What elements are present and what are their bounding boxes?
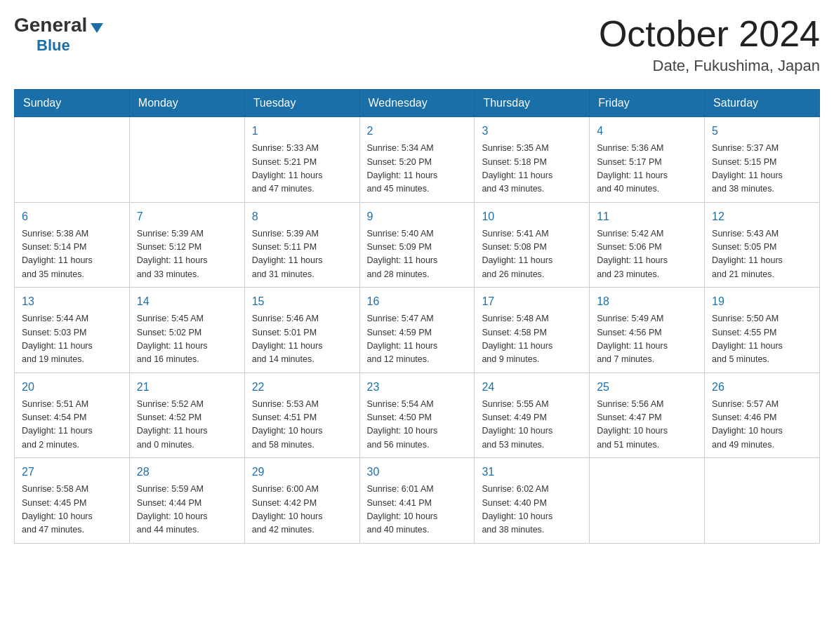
day-info: Sunrise: 5:54 AM Sunset: 4:50 PM Dayligh… <box>367 398 468 452</box>
calendar-cell: 9Sunrise: 5:40 AM Sunset: 5:09 PM Daylig… <box>359 202 475 288</box>
day-info: Sunrise: 5:51 AM Sunset: 4:54 PM Dayligh… <box>22 398 122 452</box>
weekday-header-thursday: Thursday <box>475 90 590 117</box>
calendar-cell: 27Sunrise: 5:58 AM Sunset: 4:45 PM Dayli… <box>15 458 130 544</box>
calendar-cell: 7Sunrise: 5:39 AM Sunset: 5:12 PM Daylig… <box>129 202 244 288</box>
day-number: 10 <box>482 208 582 225</box>
day-info: Sunrise: 5:46 AM Sunset: 5:01 PM Dayligh… <box>252 312 352 367</box>
calendar-cell: 31Sunrise: 6:02 AM Sunset: 4:40 PM Dayli… <box>475 458 590 544</box>
week-row-3: 13Sunrise: 5:44 AM Sunset: 5:03 PM Dayli… <box>15 288 820 373</box>
calendar-cell: 22Sunrise: 5:53 AM Sunset: 4:51 PM Dayli… <box>244 373 359 458</box>
day-number: 15 <box>252 293 352 310</box>
location-title: Date, Fukushima, Japan <box>599 57 820 75</box>
calendar-cell: 20Sunrise: 5:51 AM Sunset: 4:54 PM Dayli… <box>15 373 130 458</box>
day-number: 20 <box>22 379 122 396</box>
day-info: Sunrise: 5:43 AM Sunset: 5:05 PM Dayligh… <box>712 227 812 282</box>
day-number: 2 <box>367 123 468 140</box>
calendar-cell <box>15 117 130 203</box>
day-number: 28 <box>137 464 237 481</box>
weekday-header-monday: Monday <box>129 90 244 117</box>
calendar-cell: 4Sunrise: 5:36 AM Sunset: 5:17 PM Daylig… <box>590 117 705 203</box>
calendar-cell: 11Sunrise: 5:42 AM Sunset: 5:06 PM Dayli… <box>590 202 705 288</box>
day-number: 30 <box>367 464 468 481</box>
weekday-header-wednesday: Wednesday <box>359 90 475 117</box>
calendar-cell: 28Sunrise: 5:59 AM Sunset: 4:44 PM Dayli… <box>129 458 244 544</box>
day-info: Sunrise: 5:52 AM Sunset: 4:52 PM Dayligh… <box>137 398 237 452</box>
day-number: 21 <box>137 379 237 396</box>
day-info: Sunrise: 5:41 AM Sunset: 5:08 PM Dayligh… <box>482 227 582 282</box>
calendar-table: SundayMondayTuesdayWednesdayThursdayFrid… <box>14 89 820 544</box>
day-info: Sunrise: 5:39 AM Sunset: 5:11 PM Dayligh… <box>252 227 352 282</box>
day-number: 4 <box>597 123 697 140</box>
calendar-cell: 14Sunrise: 5:45 AM Sunset: 5:02 PM Dayli… <box>129 288 244 373</box>
weekday-header-sunday: Sunday <box>15 90 130 117</box>
day-info: Sunrise: 5:47 AM Sunset: 4:59 PM Dayligh… <box>367 312 468 367</box>
day-info: Sunrise: 6:00 AM Sunset: 4:42 PM Dayligh… <box>252 483 352 537</box>
day-number: 25 <box>597 379 697 396</box>
day-number: 26 <box>712 379 812 396</box>
calendar-cell: 26Sunrise: 5:57 AM Sunset: 4:46 PM Dayli… <box>705 373 820 458</box>
calendar-cell: 1Sunrise: 5:33 AM Sunset: 5:21 PM Daylig… <box>244 117 359 203</box>
day-info: Sunrise: 5:50 AM Sunset: 4:55 PM Dayligh… <box>712 312 812 367</box>
month-title: October 2024 <box>599 14 820 54</box>
day-info: Sunrise: 5:59 AM Sunset: 4:44 PM Dayligh… <box>137 483 237 537</box>
day-number: 6 <box>22 208 122 225</box>
day-info: Sunrise: 5:45 AM Sunset: 5:02 PM Dayligh… <box>137 312 237 367</box>
calendar-cell: 3Sunrise: 5:35 AM Sunset: 5:18 PM Daylig… <box>475 117 590 203</box>
day-number: 3 <box>482 123 582 140</box>
calendar-cell <box>129 117 244 203</box>
calendar-cell: 2Sunrise: 5:34 AM Sunset: 5:20 PM Daylig… <box>359 117 475 203</box>
weekday-header-saturday: Saturday <box>705 90 820 117</box>
day-number: 8 <box>252 208 352 225</box>
day-number: 24 <box>482 379 582 396</box>
day-info: Sunrise: 5:49 AM Sunset: 4:56 PM Dayligh… <box>597 312 697 367</box>
weekday-header-tuesday: Tuesday <box>244 90 359 117</box>
calendar-cell: 16Sunrise: 5:47 AM Sunset: 4:59 PM Dayli… <box>359 288 475 373</box>
day-info: Sunrise: 5:40 AM Sunset: 5:09 PM Dayligh… <box>367 227 468 282</box>
calendar-cell: 29Sunrise: 6:00 AM Sunset: 4:42 PM Dayli… <box>244 458 359 544</box>
day-info: Sunrise: 6:01 AM Sunset: 4:41 PM Dayligh… <box>367 483 468 537</box>
day-info: Sunrise: 5:34 AM Sunset: 5:20 PM Dayligh… <box>367 142 468 196</box>
day-number: 7 <box>137 208 237 225</box>
logo-triangle-icon <box>91 23 103 33</box>
weekday-header-friday: Friday <box>590 90 705 117</box>
calendar-cell <box>705 458 820 544</box>
week-row-2: 6Sunrise: 5:38 AM Sunset: 5:14 PM Daylig… <box>15 202 820 288</box>
day-info: Sunrise: 5:44 AM Sunset: 5:03 PM Dayligh… <box>22 312 122 367</box>
day-number: 29 <box>252 464 352 481</box>
week-row-4: 20Sunrise: 5:51 AM Sunset: 4:54 PM Dayli… <box>15 373 820 458</box>
week-row-5: 27Sunrise: 5:58 AM Sunset: 4:45 PM Dayli… <box>15 458 820 544</box>
calendar-cell: 19Sunrise: 5:50 AM Sunset: 4:55 PM Dayli… <box>705 288 820 373</box>
day-info: Sunrise: 5:38 AM Sunset: 5:14 PM Dayligh… <box>22 227 122 282</box>
day-info: Sunrise: 5:35 AM Sunset: 5:18 PM Dayligh… <box>482 142 582 196</box>
calendar-cell: 18Sunrise: 5:49 AM Sunset: 4:56 PM Dayli… <box>590 288 705 373</box>
day-info: Sunrise: 5:58 AM Sunset: 4:45 PM Dayligh… <box>22 483 122 537</box>
calendar-cell: 12Sunrise: 5:43 AM Sunset: 5:05 PM Dayli… <box>705 202 820 288</box>
day-number: 5 <box>712 123 812 140</box>
day-number: 1 <box>252 123 352 140</box>
day-info: Sunrise: 5:48 AM Sunset: 4:58 PM Dayligh… <box>482 312 582 367</box>
day-info: Sunrise: 5:39 AM Sunset: 5:12 PM Dayligh… <box>137 227 237 282</box>
calendar-cell: 17Sunrise: 5:48 AM Sunset: 4:58 PM Dayli… <box>475 288 590 373</box>
logo-general-text: General <box>14 14 87 36</box>
day-number: 13 <box>22 293 122 310</box>
title-area: October 2024 Date, Fukushima, Japan <box>599 14 820 75</box>
calendar-cell: 15Sunrise: 5:46 AM Sunset: 5:01 PM Dayli… <box>244 288 359 373</box>
day-number: 23 <box>367 379 468 396</box>
week-row-1: 1Sunrise: 5:33 AM Sunset: 5:21 PM Daylig… <box>15 117 820 203</box>
calendar-cell <box>590 458 705 544</box>
day-number: 22 <box>252 379 352 396</box>
weekday-header-row: SundayMondayTuesdayWednesdayThursdayFrid… <box>15 90 820 117</box>
calendar-cell: 8Sunrise: 5:39 AM Sunset: 5:11 PM Daylig… <box>244 202 359 288</box>
day-info: Sunrise: 5:33 AM Sunset: 5:21 PM Dayligh… <box>252 142 352 196</box>
calendar-cell: 25Sunrise: 5:56 AM Sunset: 4:47 PM Dayli… <box>590 373 705 458</box>
calendar-cell: 6Sunrise: 5:38 AM Sunset: 5:14 PM Daylig… <box>15 202 130 288</box>
day-number: 14 <box>137 293 237 310</box>
calendar-cell: 30Sunrise: 6:01 AM Sunset: 4:41 PM Dayli… <box>359 458 475 544</box>
header: General Blue October 2024 Date, Fukushim… <box>14 14 820 75</box>
day-number: 31 <box>482 464 582 481</box>
day-number: 11 <box>597 208 697 225</box>
day-info: Sunrise: 5:55 AM Sunset: 4:49 PM Dayligh… <box>482 398 582 452</box>
calendar-cell: 13Sunrise: 5:44 AM Sunset: 5:03 PM Dayli… <box>15 288 130 373</box>
day-number: 16 <box>367 293 468 310</box>
day-info: Sunrise: 5:36 AM Sunset: 5:17 PM Dayligh… <box>597 142 697 196</box>
